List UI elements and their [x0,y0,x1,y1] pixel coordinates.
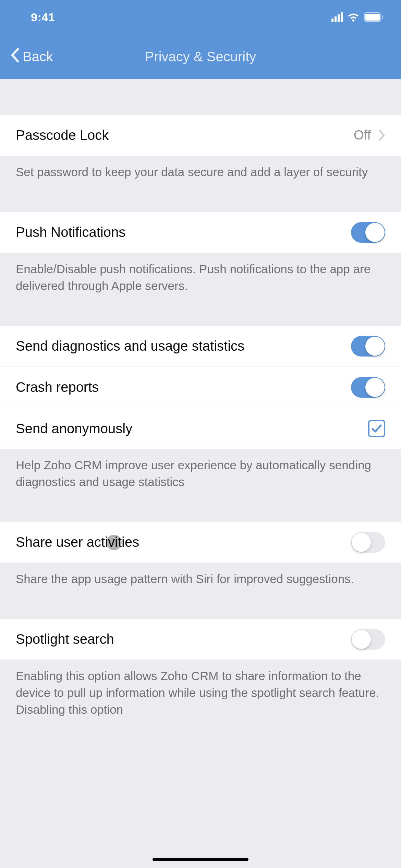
spotlight-search-footer: Enabling this option allows Zoho CRM to … [0,660,401,725]
crash-reports-label: Crash reports [16,379,99,395]
passcode-lock-row[interactable]: Passcode Lock Off [0,115,401,156]
send-diagnostics-toggle[interactable] [351,336,385,357]
section-gap [0,79,401,115]
cellular-icon [331,12,343,22]
crash-reports-row: Crash reports [0,367,401,408]
push-notifications-toggle[interactable] [351,222,385,243]
chevron-left-icon [10,48,19,66]
svg-rect-2 [382,15,383,19]
share-activities-row: Share user activities [0,522,401,563]
spotlight-search-label: Spotlight search [16,631,114,647]
status-bar: 9:41 [0,0,401,34]
diagnostics-group: Send diagnostics and usage statistics Cr… [0,326,401,449]
back-label: Back [23,49,53,64]
share-activities-label: Share user activities [16,534,139,550]
crash-reports-toggle[interactable] [351,377,385,398]
chevron-right-icon [378,129,385,141]
push-notifications-row: Push Notifications [0,212,401,253]
send-anonymously-row: Send anonymously [0,408,401,449]
send-anonymously-label: Send anonymously [16,421,132,436]
passcode-lock-value: Off [354,128,371,143]
share-activities-toggle[interactable] [351,532,385,553]
page-title: Privacy & Security [145,49,256,64]
send-diagnostics-row: Send diagnostics and usage statistics [0,326,401,367]
back-button[interactable]: Back [10,48,53,66]
navigation-bar: Back Privacy & Security [0,34,401,79]
status-indicators [331,12,384,22]
push-notifications-footer: Enable/Disable push notifications. Push … [0,253,401,302]
spotlight-search-row: Spotlight search [0,619,401,660]
passcode-lock-label: Passcode Lock [16,128,109,143]
home-indicator[interactable] [153,858,248,861]
passcode-footer: Set password to keep your data secure an… [0,156,401,188]
wifi-icon [348,13,359,22]
diagnostics-footer: Help Zoho CRM improve user experience by… [0,449,401,498]
svg-rect-1 [365,14,380,21]
status-time: 9:41 [31,11,55,24]
battery-icon [364,12,384,22]
spotlight-search-toggle[interactable] [351,629,385,650]
send-anonymously-checkbox[interactable] [368,420,385,437]
push-notifications-label: Push Notifications [16,225,125,240]
send-diagnostics-label: Send diagnostics and usage statistics [16,338,244,354]
share-activities-footer: Share the app usage pattern with Siri fo… [0,563,401,595]
